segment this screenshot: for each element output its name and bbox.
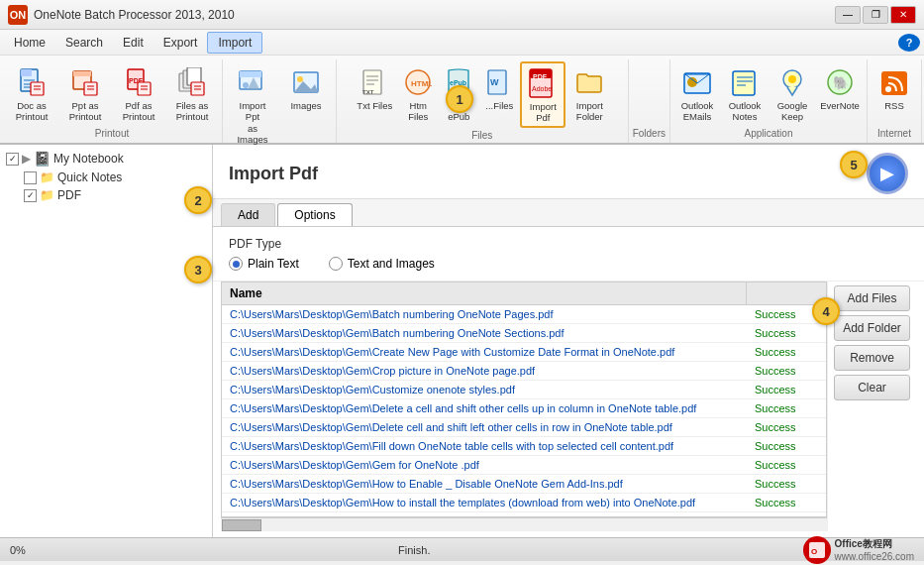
import-pdf-label: ImportPdf bbox=[530, 101, 557, 124]
ribbon-btn-files-printout[interactable]: Files asPrintout bbox=[166, 61, 218, 126]
root-checkbox[interactable]: ✓ bbox=[6, 153, 19, 166]
svg-text:Adobe: Adobe bbox=[532, 85, 552, 92]
doc-printout-icon bbox=[16, 66, 48, 98]
svg-rect-25 bbox=[240, 71, 261, 77]
table-row[interactable]: C:\Users\Mars\Desktop\Gem\How to install… bbox=[222, 494, 826, 512]
menu-edit[interactable]: Edit bbox=[113, 33, 154, 53]
quick-notes-checkbox[interactable] bbox=[24, 171, 37, 184]
file-path: C:\Users\Mars\Desktop\Gem\Create New Pag… bbox=[222, 343, 747, 361]
ribbon-btn-images[interactable]: Images bbox=[280, 61, 332, 119]
ribbon-btn-google-keep[interactable]: GoogleKeep bbox=[770, 61, 815, 126]
remove-button[interactable]: Remove bbox=[834, 345, 910, 371]
panel-title: Import Pdf bbox=[229, 164, 318, 184]
app-title: OneNote Batch Processor 2013, 2010 bbox=[34, 8, 235, 22]
ribbon-btn-import-ppt-images[interactable]: Import Pptas Images bbox=[227, 61, 278, 149]
svg-point-53 bbox=[788, 75, 796, 83]
svg-text:W: W bbox=[490, 77, 499, 87]
menu-export[interactable]: Export bbox=[154, 33, 208, 53]
table-row[interactable]: C:\Users\Mars\Desktop\Gem\Batch numberin… bbox=[222, 305, 826, 324]
file-status: Success bbox=[747, 324, 826, 342]
pdf-checkbox[interactable]: ✓ bbox=[24, 189, 37, 202]
table-row[interactable]: C:\Users\Mars\Desktop\Gem\Delete cell an… bbox=[222, 418, 826, 437]
ribbon-btn-ppt-printout[interactable]: Ppt asPrintout bbox=[59, 61, 111, 126]
evernote-icon: 🐘 bbox=[824, 66, 856, 98]
table-row[interactable]: C:\Users\Mars\Desktop\Gem\Gem for OneNot… bbox=[222, 456, 826, 475]
clear-button[interactable]: Clear bbox=[834, 375, 910, 400]
ribbon-btn-import-folder[interactable]: ImportFolder bbox=[566, 61, 612, 126]
progress-text: 0% bbox=[10, 544, 26, 556]
logo-icon: O bbox=[803, 536, 831, 564]
pdf-label: PDF bbox=[57, 188, 81, 202]
col-status bbox=[747, 282, 826, 304]
svg-text:TXT: TXT bbox=[362, 89, 374, 95]
svg-rect-48 bbox=[733, 71, 755, 95]
file-status: Success bbox=[747, 437, 826, 455]
close-button[interactable]: ✕ bbox=[890, 6, 916, 24]
htm-files-label: HtmFiles bbox=[408, 100, 428, 123]
app-icon: ON bbox=[8, 5, 28, 25]
table-row[interactable]: C:\Users\Mars\Desktop\Gem\How to Enable … bbox=[222, 475, 826, 494]
add-files-button[interactable]: Add Files bbox=[834, 285, 910, 311]
table-row[interactable]: C:\Users\Mars\Desktop\Gem\Create New Pag… bbox=[222, 343, 826, 362]
radio-plain-text[interactable]: Plain Text bbox=[229, 257, 299, 271]
menu-home[interactable]: Home bbox=[4, 33, 55, 53]
tree-children: 📁 Quick Notes ✓ 📁 PDF bbox=[22, 169, 208, 204]
pdf-printout-icon: PDF bbox=[123, 66, 154, 98]
tree-pdf[interactable]: ✓ 📁 PDF bbox=[22, 186, 208, 204]
ribbon-btn-pdf-printout[interactable]: PDF Pdf asPrintout bbox=[113, 61, 164, 126]
menu-search[interactable]: Search bbox=[55, 33, 113, 53]
file-status: Success bbox=[747, 494, 826, 511]
ribbon-group-printout: Doc asPrintout Ppt asPrintout PDF Pdf as… bbox=[2, 59, 223, 143]
rss-label: RSS bbox=[884, 100, 904, 111]
svg-rect-1 bbox=[21, 69, 32, 76]
ribbon-btn-import-files[interactable]: W ...Files bbox=[479, 61, 519, 119]
ribbon-btn-import-pdf[interactable]: PDFAdobe ImportPdf bbox=[520, 61, 565, 128]
restore-button[interactable]: ❐ bbox=[863, 6, 888, 24]
htm-files-icon: HTML bbox=[402, 66, 434, 98]
tree-quick-notes[interactable]: 📁 Quick Notes bbox=[22, 169, 208, 186]
add-folder-button[interactable]: Add Folder bbox=[834, 315, 910, 341]
file-path: C:\Users\Mars\Desktop\Gem\Delete cell an… bbox=[222, 418, 747, 436]
menu-import[interactable]: Import bbox=[207, 32, 262, 54]
title-bar: ON OneNote Batch Processor 2013, 2010 — … bbox=[0, 0, 924, 30]
svg-point-57 bbox=[885, 86, 891, 92]
import-files-icon: W bbox=[483, 66, 515, 98]
import-pdf-icon: PDFAdobe bbox=[527, 67, 559, 99]
sidebar: ✓ ▶ 📓 My Notebook 📁 Quick Notes ✓ 📁 PDF bbox=[0, 145, 213, 537]
callout-1: 1 bbox=[446, 85, 473, 113]
svg-rect-56 bbox=[881, 71, 907, 95]
tab-add[interactable]: Add bbox=[221, 203, 275, 226]
horizontal-scrollbar[interactable] bbox=[221, 517, 827, 531]
ribbon-btn-doc-printout[interactable]: Doc asPrintout bbox=[6, 61, 57, 126]
radio-plain-label: Plain Text bbox=[248, 257, 299, 271]
import-ppt-images-icon bbox=[237, 66, 268, 98]
ribbon-btn-evernote[interactable]: 🐘 EverNote bbox=[817, 61, 863, 119]
file-list-body[interactable]: C:\Users\Mars\Desktop\Gem\Batch numberin… bbox=[221, 304, 827, 517]
ribbon-btn-outlook-notes[interactable]: OutlookNotes bbox=[722, 61, 768, 126]
ribbon-btn-rss[interactable]: RSS bbox=[872, 61, 917, 119]
table-row[interactable]: C:\Users\Mars\Desktop\Gem\Fill down OneN… bbox=[222, 437, 826, 456]
ribbon-btn-htm-files[interactable]: HTML HtmFiles bbox=[398, 61, 438, 126]
callout-3: 3 bbox=[184, 256, 212, 283]
tree-root[interactable]: ✓ ▶ 📓 My Notebook bbox=[4, 149, 208, 169]
run-button[interactable]: ▶ bbox=[867, 153, 908, 194]
scroll-thumb[interactable] bbox=[222, 519, 261, 531]
ribbon-btn-txt-files[interactable]: TXT Txt Files bbox=[352, 61, 397, 119]
doc-printout-label: Doc asPrintout bbox=[16, 100, 49, 123]
table-row[interactable]: C:\Users\Mars\Desktop\Gem\Customize onen… bbox=[222, 381, 826, 399]
minimize-button[interactable]: — bbox=[835, 6, 861, 24]
file-path: C:\Users\Mars\Desktop\Gem\How to install… bbox=[222, 494, 747, 511]
svg-text:HTML: HTML bbox=[411, 79, 432, 88]
table-row[interactable]: C:\Users\Mars\Desktop\Gem\Batch numberin… bbox=[222, 324, 826, 343]
file-path: C:\Users\Mars\Desktop\Gem\Fill down OneN… bbox=[222, 437, 747, 455]
file-path: C:\Users\Mars\Desktop\Gem\Delete a cell … bbox=[222, 399, 747, 417]
table-row[interactable]: C:\Users\Mars\Desktop\Gem\Crop picture i… bbox=[222, 362, 826, 381]
file-status: Success bbox=[747, 475, 826, 493]
ribbon-btn-outlook-emails[interactable]: OutlookEMails bbox=[674, 61, 720, 126]
evernote-label: EverNote bbox=[820, 100, 860, 111]
radio-text-images[interactable]: Text and Images bbox=[329, 257, 435, 271]
tab-options[interactable]: Options bbox=[277, 203, 352, 226]
table-row[interactable]: C:\Users\Mars\Desktop\Gem\Delete a cell … bbox=[222, 399, 826, 418]
file-path: C:\Users\Mars\Desktop\Gem\Gem for OneNot… bbox=[222, 456, 747, 474]
help-button[interactable]: ? bbox=[898, 34, 920, 52]
